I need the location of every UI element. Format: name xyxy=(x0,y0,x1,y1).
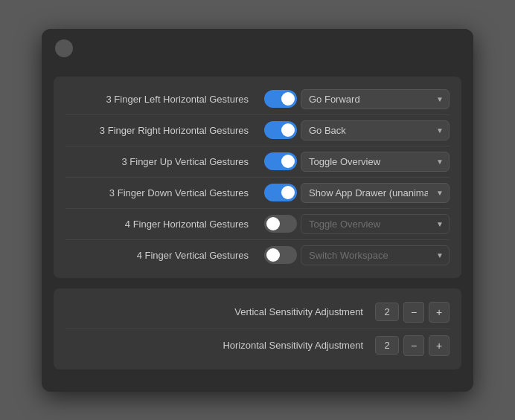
sensitivity-row-vertical: Vertical Sensitivity Adjustment2−+ xyxy=(65,296,450,329)
dropdown-wrapper-3-finger-left: Go ForwardGo BackToggle OverviewShow App… xyxy=(301,89,450,109)
toggle-track-3-finger-left xyxy=(264,90,297,108)
toggle-track-3-finger-down xyxy=(264,184,297,201)
gesture-label-3-finger-down: 3 Finger Down Vertical Gestures xyxy=(65,187,260,198)
gesture-row-3-finger-left: 3 Finger Left Horizontal GesturesGo Forw… xyxy=(65,84,450,115)
toggle-thumb-4-finger-vertical xyxy=(266,248,280,262)
gesture-label-4-finger-horizontal: 4 Finger Horizontal Gestures xyxy=(65,219,260,230)
toggle-4-finger-vertical[interactable] xyxy=(264,246,297,264)
sensitivity-decrease-vertical[interactable]: − xyxy=(403,302,424,323)
dropdown-3-finger-down[interactable]: Go ForwardGo BackToggle OverviewShow App… xyxy=(301,183,450,203)
gesture-row-4-finger-vertical: 4 Finger Vertical GesturesGo ForwardGo B… xyxy=(65,240,450,271)
toggle-track-3-finger-up xyxy=(264,152,297,170)
toggle-container-3-finger-down xyxy=(260,184,301,201)
toggle-thumb-3-finger-down xyxy=(281,186,295,199)
extended-gestures-dialog: 3 Finger Left Horizontal GesturesGo Forw… xyxy=(42,29,473,392)
dropdown-wrapper-3-finger-up: Go ForwardGo BackToggle OverviewShow App… xyxy=(301,152,450,172)
toggle-container-3-finger-right xyxy=(260,121,301,139)
toggle-3-finger-down[interactable] xyxy=(264,184,297,201)
toggle-4-finger-horizontal[interactable] xyxy=(264,215,297,233)
toggle-container-3-finger-left xyxy=(260,90,301,108)
sensitivity-row-horizontal: Horizontal Sensitivity Adjustment2−+ xyxy=(65,329,450,362)
toggle-container-4-finger-vertical xyxy=(260,246,301,264)
gesture-label-4-finger-vertical: 4 Finger Vertical Gestures xyxy=(65,250,260,261)
sensitivity-increase-vertical[interactable]: + xyxy=(429,302,450,323)
dropdown-wrapper-3-finger-right: Go ForwardGo BackToggle OverviewShow App… xyxy=(301,120,450,140)
dropdown-wrapper-3-finger-down: Go ForwardGo BackToggle OverviewShow App… xyxy=(301,183,450,203)
sensitivity-label-horizontal: Horizontal Sensitivity Adjustment xyxy=(65,340,375,351)
sensitivity-section: Vertical Sensitivity Adjustment2−+Horizo… xyxy=(54,288,461,369)
toggle-3-finger-left[interactable] xyxy=(264,90,297,108)
toggle-thumb-3-finger-left xyxy=(281,92,295,106)
toggle-track-4-finger-horizontal xyxy=(264,215,297,233)
toggle-thumb-3-finger-up xyxy=(281,155,295,168)
gesture-row-3-finger-down: 3 Finger Down Vertical GesturesGo Forwar… xyxy=(65,178,450,209)
gesture-row-4-finger-horizontal: 4 Finger Horizontal GesturesGo ForwardGo… xyxy=(65,209,450,240)
sensitivity-controls-horizontal: 2−+ xyxy=(375,335,450,356)
sensitivity-controls-vertical: 2−+ xyxy=(375,302,450,323)
toggle-3-finger-up[interactable] xyxy=(264,152,297,170)
toggle-track-3-finger-right xyxy=(264,121,297,139)
sensitivity-value-vertical: 2 xyxy=(375,303,399,321)
gesture-row-3-finger-right: 3 Finger Right Horizontal GesturesGo For… xyxy=(65,115,450,146)
title-bar xyxy=(42,29,473,68)
sensitivity-decrease-horizontal[interactable]: − xyxy=(403,335,424,356)
sensitivity-label-vertical: Vertical Sensitivity Adjustment xyxy=(65,306,375,317)
toggle-thumb-3-finger-right xyxy=(281,123,295,137)
dialog-content: 3 Finger Left Horizontal GesturesGo Forw… xyxy=(42,68,473,392)
toggle-container-4-finger-horizontal xyxy=(260,215,301,233)
close-button[interactable] xyxy=(55,39,73,57)
sensitivity-value-horizontal: 2 xyxy=(375,336,399,355)
toggle-container-3-finger-up xyxy=(260,152,301,170)
toggle-3-finger-right[interactable] xyxy=(264,121,297,139)
gesture-label-3-finger-up: 3 Finger Up Vertical Gestures xyxy=(65,156,260,167)
toggle-track-4-finger-vertical xyxy=(264,246,297,264)
dropdown-wrapper-4-finger-horizontal: Go ForwardGo BackToggle OverviewShow App… xyxy=(301,214,450,234)
gesture-label-3-finger-right: 3 Finger Right Horizontal Gestures xyxy=(65,125,260,136)
dropdown-4-finger-vertical[interactable]: Go ForwardGo BackToggle OverviewShow App… xyxy=(301,245,450,265)
sensitivity-increase-horizontal[interactable]: + xyxy=(429,335,450,356)
dropdown-4-finger-horizontal[interactable]: Go ForwardGo BackToggle OverviewShow App… xyxy=(301,214,450,234)
dropdown-3-finger-right[interactable]: Go ForwardGo BackToggle OverviewShow App… xyxy=(301,120,450,140)
gesture-row-3-finger-up: 3 Finger Up Vertical GesturesGo ForwardG… xyxy=(65,146,450,178)
gesture-label-3-finger-left: 3 Finger Left Horizontal Gestures xyxy=(65,94,260,105)
dropdown-wrapper-4-finger-vertical: Go ForwardGo BackToggle OverviewShow App… xyxy=(301,245,450,265)
dropdown-3-finger-left[interactable]: Go ForwardGo BackToggle OverviewShow App… xyxy=(301,89,450,109)
gestures-section: 3 Finger Left Horizontal GesturesGo Forw… xyxy=(54,77,461,278)
toggle-thumb-4-finger-horizontal xyxy=(266,217,280,230)
dropdown-3-finger-up[interactable]: Go ForwardGo BackToggle OverviewShow App… xyxy=(301,152,450,172)
